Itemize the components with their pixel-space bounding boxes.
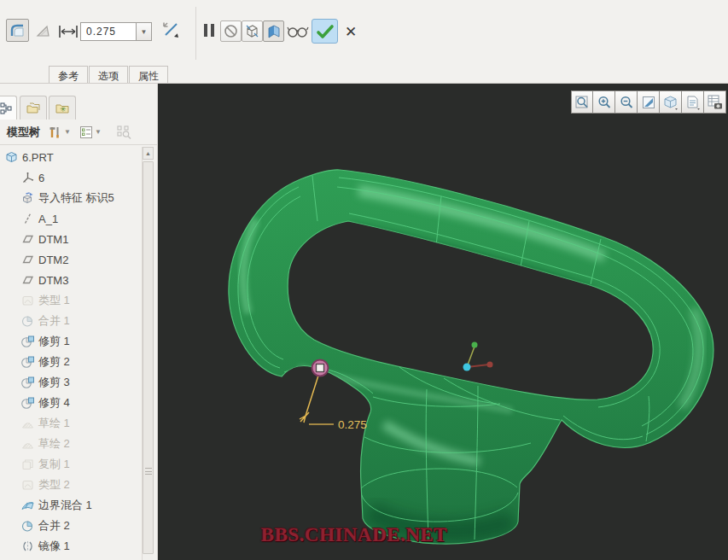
- creo-window: 0.275 ▼: [0, 0, 728, 560]
- sketch-icon: [20, 417, 35, 430]
- tree-item-sketch-1[interactable]: 草绘 1: [0, 413, 142, 434]
- tree-item-trim-4[interactable]: 修剪 4: [0, 393, 142, 413]
- tree-item-trim-2[interactable]: 修剪 2: [0, 352, 142, 372]
- tree-scrollbar[interactable]: ▲: [142, 147, 154, 560]
- view-manager-button[interactable]: [704, 90, 726, 114]
- display-style-icon: [662, 94, 679, 110]
- style-feature-icon: [20, 478, 35, 492]
- view-manager-icon: [707, 94, 724, 110]
- folder-browser-tab-icon: [26, 102, 41, 114]
- svg-text:✳: ✳: [60, 105, 67, 114]
- no-preview-button[interactable]: [220, 20, 242, 42]
- zoom-in-button[interactable]: [593, 90, 615, 114]
- tree-item-dtm2[interactable]: DTM2: [0, 249, 142, 270]
- round-edge-button[interactable]: [6, 19, 29, 42]
- scrollbar-thumb[interactable]: [143, 161, 154, 554]
- pause-button[interactable]: [201, 22, 217, 38]
- favorites-tab[interactable]: ✳: [49, 96, 76, 120]
- radius-value-input[interactable]: 0.275: [80, 22, 137, 41]
- tree-item-part[interactable]: 6.PRT: [0, 147, 142, 167]
- folder-browser-tab[interactable]: [20, 96, 47, 120]
- tab-references[interactable]: 参考: [49, 66, 88, 84]
- view-toolbar: [571, 90, 726, 114]
- watermark: BBS.CHINADE.NET: [248, 524, 461, 546]
- close-icon: ✕: [345, 25, 357, 39]
- tree-item-mirror-1[interactable]: 镜像 1: [0, 536, 142, 557]
- tree-item-merge-1[interactable]: 合并 1: [0, 311, 142, 331]
- panel-title: 模型树: [7, 125, 40, 140]
- zoom-out-icon: [619, 95, 634, 110]
- spin-center: [463, 342, 493, 371]
- tree-item-merge-2[interactable]: 合并 2: [0, 516, 142, 536]
- trim-icon: [20, 355, 35, 369]
- boundary-blend-icon: [20, 499, 35, 512]
- chevron-down-icon: ▼: [64, 128, 71, 136]
- model-tree-panel: ✳ 模型树 ▼ ▼: [0, 84, 158, 560]
- tab-options[interactable]: 选项: [89, 66, 128, 84]
- drag-handle-square[interactable]: [317, 365, 324, 372]
- chevron-down-icon: ▼: [95, 128, 102, 136]
- tree-item-trim-3[interactable]: 修剪 3: [0, 372, 142, 393]
- shaded-preview-button[interactable]: [263, 20, 284, 42]
- model-tree-tab[interactable]: [0, 96, 17, 120]
- zoom-fit-button[interactable]: [571, 90, 593, 114]
- y-axis-dot: [472, 342, 478, 348]
- tree-item-trim-1[interactable]: 修剪 1: [0, 331, 142, 352]
- tree-item-dtm1[interactable]: DTM1: [0, 229, 142, 249]
- scroll-up-arrow-icon[interactable]: ▲: [143, 147, 154, 160]
- graphics-viewport[interactable]: 0.275: [158, 84, 728, 560]
- verify-glasses-button[interactable]: [287, 24, 309, 39]
- repaint-button[interactable]: [638, 90, 660, 114]
- merge-icon: [20, 314, 35, 328]
- tree-item-axis[interactable]: A_1: [0, 208, 142, 229]
- chamfer-edge-icon: [35, 22, 51, 38]
- tree-item-sketch-2[interactable]: 草绘 2: [0, 434, 142, 454]
- combo-dropdown-arrow[interactable]: ▼: [137, 22, 152, 41]
- import-feature-icon: [20, 191, 35, 205]
- shaded-preview-icon: [266, 24, 282, 39]
- width-dimension-icon: [58, 23, 79, 40]
- origin-dot: [463, 364, 471, 371]
- tree-item-dtm3[interactable]: DTM3: [0, 270, 142, 290]
- verify-glasses-icon: [287, 25, 309, 38]
- repaint-icon: [641, 95, 656, 110]
- wireframe-preview-button[interactable]: [242, 20, 263, 42]
- tree-item-import-feature[interactable]: 导入特征 标识5: [0, 188, 142, 208]
- trim-icon: [20, 376, 35, 389]
- cancel-button[interactable]: ✕: [342, 23, 359, 40]
- saved-views-button[interactable]: [682, 90, 704, 114]
- chamfer-edge-button[interactable]: [32, 19, 55, 42]
- trim-icon: [20, 335, 35, 348]
- dimension-value-label[interactable]: 0.275: [338, 418, 367, 431]
- dashboard-tabs: 参考 选项 属性: [0, 66, 728, 84]
- tab-properties[interactable]: 属性: [129, 66, 168, 84]
- scrollbar-grip: [145, 468, 152, 475]
- tree-item-style-1[interactable]: 类型 1: [0, 290, 142, 311]
- x-axis-dot: [487, 362, 493, 368]
- tree-tools-icon: [49, 125, 62, 139]
- round-edge-icon: [9, 22, 26, 38]
- display-style-button[interactable]: [660, 90, 682, 114]
- saved-views-icon: [684, 94, 702, 110]
- tree-display-settings-button[interactable]: ▼: [79, 125, 102, 139]
- wireframe-preview-icon: [244, 23, 260, 39]
- no-preview-icon: [224, 24, 238, 38]
- tree-item-copy-1[interactable]: 复制 1: [0, 454, 142, 475]
- axis-icon: [20, 212, 35, 225]
- zoom-fit-icon: [574, 95, 590, 110]
- flip-direction-icon: [160, 20, 181, 40]
- model-canvas[interactable]: 0.275: [158, 84, 728, 560]
- mirror-icon: [20, 540, 35, 553]
- zoom-out-button[interactable]: [615, 90, 638, 114]
- model-tree: 6.PRT 6 导入特征 标识5 A_1 DTM1 DTM2 DTM3 类型 1…: [0, 147, 142, 560]
- tree-search-icon: [117, 125, 131, 139]
- tree-item-boundary-blend-1[interactable]: 边界混合 1: [0, 495, 142, 516]
- tree-item-csys[interactable]: 6: [0, 167, 142, 188]
- flip-direction-button[interactable]: [159, 18, 183, 42]
- tree-tools-button[interactable]: ▼: [49, 125, 71, 139]
- datum-plane-icon: [20, 253, 35, 266]
- tree-search-button[interactable]: [117, 125, 131, 139]
- trim-icon: [20, 396, 35, 410]
- ok-button[interactable]: [312, 19, 338, 44]
- tree-item-style-2[interactable]: 类型 2: [0, 475, 142, 495]
